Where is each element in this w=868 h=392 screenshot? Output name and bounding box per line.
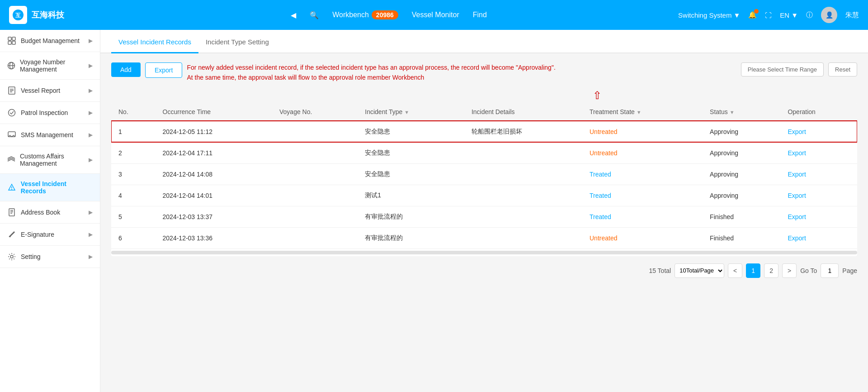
cell-voyage-no bbox=[272, 163, 358, 185]
cell-no: 1 bbox=[111, 121, 156, 142]
svg-point-22 bbox=[10, 255, 13, 258]
export-button[interactable]: Export bbox=[145, 62, 182, 78]
table-row[interactable]: 6 2024-12-03 13:36 有审批流程的 Untreated Fini… bbox=[111, 227, 857, 249]
sidebar-item-setting[interactable]: Setting ▶ bbox=[0, 246, 100, 268]
avatar[interactable]: 👤 bbox=[821, 7, 837, 23]
page-1-button[interactable]: 1 bbox=[746, 263, 760, 278]
col-status-label: Status bbox=[710, 108, 728, 115]
row-export-link[interactable]: Export bbox=[788, 213, 806, 220]
sidebar-item-address-book[interactable]: Address Book ▶ bbox=[0, 201, 100, 224]
col-incident-type[interactable]: Incident Type▼ bbox=[358, 103, 464, 121]
sidebar-item-e-signature[interactable]: E-Signature ▶ bbox=[0, 224, 100, 246]
sidebar-item-customs-affairs[interactable]: Customs Affairs Management ▶ bbox=[0, 146, 100, 174]
svg-rect-3 bbox=[12, 37, 15, 40]
cell-occurrence-time: 2024-12-04 14:08 bbox=[156, 163, 272, 185]
row-export-link[interactable]: Export bbox=[788, 192, 806, 199]
chevron-right-icon: ▶ bbox=[89, 209, 93, 215]
prev-page-button[interactable]: < bbox=[728, 263, 742, 278]
fullscreen-button[interactable]: ⛶ bbox=[765, 11, 772, 19]
row-export-link[interactable]: Export bbox=[788, 128, 806, 135]
cell-operation: Export bbox=[780, 185, 857, 206]
sidebar-item-voyage-number-management[interactable]: Voyage Number Management ▶ bbox=[0, 52, 100, 80]
per-page-select[interactable]: 10Total/Page 20Total/Page bbox=[675, 263, 724, 278]
svg-rect-5 bbox=[12, 41, 15, 44]
table-row[interactable]: 5 2024-12-03 13:37 有审批流程的 Treated Finish… bbox=[111, 206, 857, 227]
logo-area: 互 互海科技 bbox=[9, 6, 99, 24]
page-label: Page bbox=[842, 267, 857, 274]
pagination: 15 Total 10Total/Page 20Total/Page < 1 2… bbox=[111, 256, 857, 282]
table-row[interactable]: 2 2024-12-04 17:11 安全隐患 Untreated Approv… bbox=[111, 142, 857, 163]
time-range-button[interactable]: Please Select Time Range bbox=[741, 62, 824, 76]
cell-occurrence-time: 2024-12-04 14:01 bbox=[156, 185, 272, 206]
sidebar-item-vessel-incident-records[interactable]: Vessel Incident Records bbox=[0, 174, 100, 201]
cell-status: Approving bbox=[703, 142, 780, 163]
col-treatment-state[interactable]: Treatment State▼ bbox=[582, 103, 703, 121]
goto-input[interactable] bbox=[821, 263, 839, 278]
chevron-right-icon: ▶ bbox=[89, 38, 93, 44]
sidebar-item-budget-management[interactable]: Budget Management ▶ bbox=[0, 30, 100, 52]
sidebar-item-sms-management[interactable]: SMS Management ▶ bbox=[0, 124, 100, 146]
col-incident-details-label: Incident Details bbox=[472, 108, 515, 115]
total-count: 15 Total bbox=[649, 267, 671, 274]
table-row[interactable]: 3 2024-12-04 14:08 安全隐患 Treated Approvin… bbox=[111, 163, 857, 185]
table-row[interactable]: 4 2024-12-04 14:01 测试1 Treated Approving… bbox=[111, 185, 857, 206]
sidebar-label-address-book: Address Book bbox=[21, 209, 60, 216]
layout: Budget Management ▶ Voyage Number Manage… bbox=[0, 30, 868, 392]
cell-incident-type: 有审批流程的 bbox=[358, 227, 464, 249]
switching-system-button[interactable]: Switching System ▼ bbox=[678, 11, 740, 19]
file-icon bbox=[7, 86, 16, 95]
notification-button[interactable]: 🔔 bbox=[748, 11, 757, 19]
cell-treatment-state: Untreated bbox=[582, 142, 703, 163]
row-export-link[interactable]: Export bbox=[788, 234, 806, 242]
search-button[interactable]: 🔍 bbox=[310, 11, 319, 19]
row-export-link[interactable]: Export bbox=[788, 149, 806, 157]
col-occurrence-time: Occurrence Time bbox=[156, 103, 272, 121]
search-icon: 🔍 bbox=[310, 11, 319, 19]
cell-incident-type: 测试1 bbox=[358, 185, 464, 206]
add-button[interactable]: Add bbox=[111, 62, 141, 77]
help-button[interactable]: ⓘ bbox=[806, 11, 813, 19]
find-nav[interactable]: Find bbox=[473, 11, 487, 19]
cell-incident-details bbox=[464, 142, 582, 163]
page-2-button[interactable]: 2 bbox=[764, 263, 778, 278]
message-icon bbox=[7, 130, 16, 139]
cell-no: 5 bbox=[111, 206, 156, 227]
chevron-right-icon: ▶ bbox=[89, 62, 93, 69]
notice-text: For newly added vessel incident record, … bbox=[187, 62, 736, 83]
svg-point-13 bbox=[9, 110, 15, 116]
back-button[interactable]: ◀ bbox=[291, 11, 296, 19]
cell-occurrence-time: 2024-12-03 13:36 bbox=[156, 227, 272, 249]
svg-text:互: 互 bbox=[15, 12, 21, 19]
svg-rect-2 bbox=[8, 37, 11, 40]
col-no-label: No. bbox=[118, 108, 128, 115]
filter-icon: ▼ bbox=[730, 110, 735, 115]
grid-icon bbox=[7, 36, 16, 45]
cell-status: Approving bbox=[703, 121, 780, 142]
next-page-button[interactable]: > bbox=[782, 263, 797, 278]
header-right: Switching System ▼ 🔔 ⛶ EN ▼ ⓘ 👤 朱慧 bbox=[678, 7, 859, 23]
treatment-state-value: Untreated bbox=[590, 128, 617, 135]
treatment-state-value: Untreated bbox=[590, 234, 617, 242]
reset-button[interactable]: Reset bbox=[828, 62, 857, 76]
incident-table: No. Occurrence Time Voyage No. Incident … bbox=[111, 103, 857, 249]
table-row[interactable]: 1 2024-12-05 11:12 安全隐患 轮船围栏老旧损坏 Untreat… bbox=[111, 121, 857, 142]
cell-incident-type: 安全隐患 bbox=[358, 163, 464, 185]
vessel-monitor-nav[interactable]: Vessel Monitor bbox=[412, 11, 459, 19]
switching-system-chevron-icon: ▼ bbox=[733, 11, 740, 19]
col-treatment-state-label: Treatment State bbox=[590, 108, 635, 115]
language-button[interactable]: EN ▼ bbox=[780, 11, 798, 19]
row-export-link[interactable]: Export bbox=[788, 171, 806, 178]
sidebar-item-vessel-report[interactable]: Vessel Report ▶ bbox=[0, 80, 100, 102]
horizontal-scrollbar[interactable] bbox=[111, 251, 857, 254]
chevron-right-icon: ▶ bbox=[89, 253, 93, 260]
tab-incident-type-setting[interactable]: Incident Type Setting bbox=[198, 30, 276, 53]
col-operation-label: Operation bbox=[788, 108, 815, 115]
col-status[interactable]: Status▼ bbox=[703, 103, 780, 121]
chevron-right-icon: ▶ bbox=[89, 132, 93, 138]
toolbar: Add Export For newly added vessel incide… bbox=[111, 62, 857, 83]
page-2-label: 2 bbox=[769, 267, 773, 274]
workbench-nav[interactable]: Workbench 20986 bbox=[332, 10, 398, 19]
tab-vessel-incident-records[interactable]: Vessel Incident Records bbox=[111, 30, 198, 53]
header-nav: ◀ 🔍 Workbench 20986 Vessel Monitor Find bbox=[108, 10, 669, 19]
sidebar-item-patrol-inspection[interactable]: Patrol Inspection ▶ bbox=[0, 102, 100, 124]
